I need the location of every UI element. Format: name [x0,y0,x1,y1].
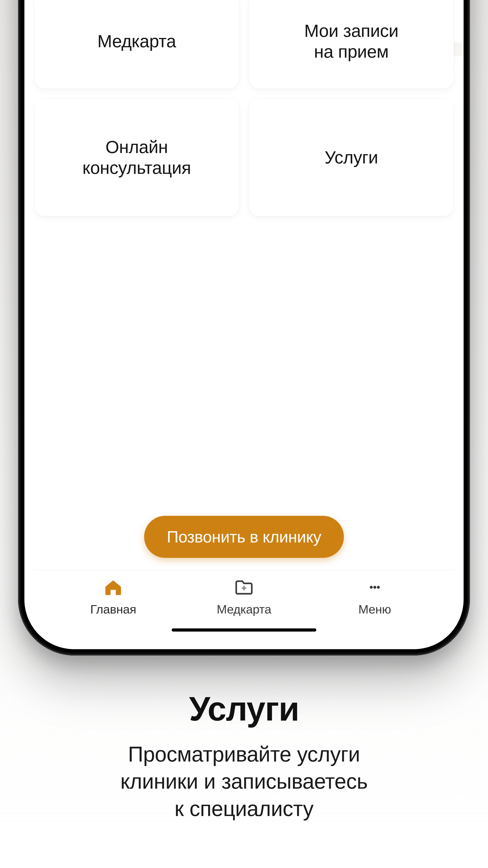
button-label: Позвонить в клинику [167,528,321,546]
promo-title: Услуги [0,689,488,728]
bottom-tab-bar: Главная Медкарта Меню [34,569,454,624]
phone-screen: Медкарта Мои записина прием Онлайнконсул… [24,0,464,649]
tab-label: Меню [358,602,391,616]
home-icon [103,577,124,598]
phone-frame: Медкарта Мои записина прием Онлайнконсул… [18,0,470,655]
promo-section: Услуги Просматривайте услугиклиники и за… [0,689,488,822]
tile-label: Мои записина прием [304,20,398,62]
tile-my-appointments[interactable]: Мои записина прием [249,0,454,89]
tab-label: Главная [90,602,136,616]
app-root: Медкарта Мои записина прием Онлайнконсул… [24,0,464,649]
tile-label: Услуги [325,147,378,168]
svg-point-0 [370,586,372,589]
tab-medcard[interactable]: Медкарта [205,577,283,616]
tile-label: Медкарта [97,31,176,52]
tab-label: Медкарта [217,602,271,616]
ios-home-indicator[interactable] [172,628,316,631]
more-icon [364,577,385,598]
home-tile-grid: Медкарта Мои записина прием Онлайнконсул… [34,0,454,216]
tile-label: Онлайнконсультация [83,136,191,178]
tab-menu[interactable]: Меню [336,577,413,616]
tile-medcard[interactable]: Медкарта [34,0,239,89]
tab-home[interactable]: Главная [75,577,152,616]
folder-icon [234,577,254,598]
phone-mockup: Медкарта Мои записина прием Онлайнконсул… [18,0,470,655]
tile-online-consultation[interactable]: Онлайнконсультация [34,98,239,216]
tile-services[interactable]: Услуги [249,98,454,216]
promo-subtitle: Просматривайте услугиклиники и записывае… [63,741,425,822]
svg-point-2 [377,586,380,589]
call-clinic-button[interactable]: Позвонить в клинику [144,516,344,558]
svg-point-1 [373,586,376,589]
